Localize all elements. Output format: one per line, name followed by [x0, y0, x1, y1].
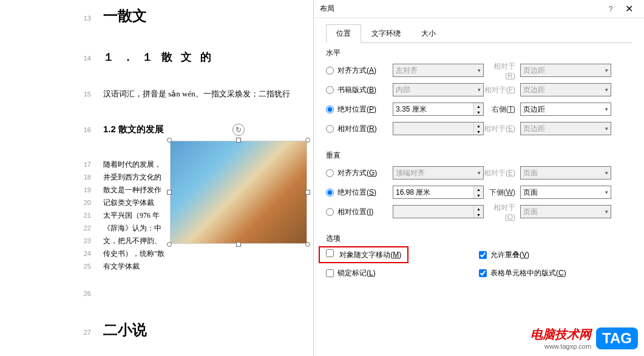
- image-content: [170, 141, 307, 244]
- layout-dialog: 布局 ? ✕ 位置 文字环绕 大小 水平 对齐方式(A) 左对齐▾ 相对于(R)…: [313, 0, 644, 356]
- watermark: 电脑技术网 www.tagxp.com TAG: [530, 326, 638, 350]
- select-h-book-rel[interactable]: 页边距▾: [520, 83, 611, 96]
- line-content[interactable]: 1.2 散文的发展: [103, 124, 297, 135]
- options-title: 选项: [326, 233, 632, 244]
- line-number: 22: [73, 224, 91, 232]
- label-v-abs: 绝对位置(S): [337, 187, 376, 198]
- select-v-rel-rel[interactable]: 页面▾: [520, 205, 611, 218]
- select-h-align-rel[interactable]: 页边距▾: [520, 64, 611, 77]
- label-v-rel-rel: 相对于(O): [484, 203, 520, 221]
- label-overlap: 允许重叠(V): [490, 250, 529, 260]
- chevron-down-icon: ▾: [478, 87, 481, 93]
- radio-h-rel[interactable]: [326, 125, 334, 133]
- spinner-up[interactable]: ▲: [474, 123, 483, 129]
- label-h-abs-rel: 右侧(T): [484, 104, 520, 115]
- line-content[interactable]: 二小说: [103, 320, 297, 340]
- label-movewith: 对象随文字移动(M): [339, 250, 401, 259]
- dialog-title: 布局: [320, 4, 602, 14]
- select-v-align-rel[interactable]: 页面▾: [520, 166, 611, 180]
- checkbox-tablecell[interactable]: [479, 269, 487, 277]
- line-number: 25: [73, 263, 91, 270]
- inserted-image[interactable]: ↻: [170, 141, 307, 244]
- radio-v-rel[interactable]: [326, 208, 334, 216]
- watermark-url: www.tagxp.com: [530, 343, 591, 350]
- spinner-h-rel[interactable]: ▲▼: [393, 122, 484, 135]
- line-content[interactable]: 有文学体裁: [103, 261, 297, 272]
- line-number: 21: [73, 212, 91, 219]
- resize-handle-bm[interactable]: [236, 242, 241, 247]
- highlight-annotation: 对象随文字移动(M): [319, 246, 408, 263]
- spinner-down[interactable]: ▼: [474, 109, 483, 115]
- line-content[interactable]: 汉语词汇，拼音是 sǎn wén。一指文采焕发；二指犹行: [103, 89, 297, 99]
- radio-v-abs[interactable]: [326, 189, 334, 196]
- label-lock: 锁定标记(L): [337, 268, 376, 278]
- label-v-align-rel: 相对于(E): [484, 168, 520, 178]
- line-number: 18: [73, 173, 91, 181]
- chevron-down-icon: ▾: [478, 67, 481, 73]
- resize-handle-tr[interactable]: [305, 138, 310, 143]
- dialog-titlebar[interactable]: 布局 ? ✕: [314, 0, 644, 18]
- help-button[interactable]: ?: [602, 5, 620, 13]
- chevron-down-icon: ▾: [605, 170, 608, 176]
- chevron-down-icon: ▾: [605, 106, 608, 112]
- spinner-h-abs[interactable]: 3.35 厘米 ▲▼: [393, 102, 484, 116]
- checkbox-movewith[interactable]: [326, 249, 334, 257]
- line-number: 17: [73, 161, 91, 168]
- spinner-down[interactable]: ▼: [474, 212, 483, 218]
- line-number: 15: [73, 90, 91, 98]
- spinner-up[interactable]: ▲: [474, 103, 483, 109]
- line-number: 16: [73, 126, 91, 133]
- tab-size[interactable]: 大小: [411, 24, 446, 43]
- tab-position[interactable]: 位置: [326, 24, 361, 43]
- resize-handle-tl[interactable]: [167, 138, 172, 143]
- watermark-tag: TAG: [596, 327, 638, 349]
- spinner-v-rel[interactable]: ▲▼: [393, 205, 484, 218]
- options-section: 选项 对象随文字移动(M) 允许重叠(V) 锁定标记(L) 表格单元格中的版式(…: [314, 229, 644, 290]
- line-content[interactable]: １．１散文的: [103, 50, 297, 64]
- label-h-rel: 相对位置(R): [337, 124, 377, 134]
- spinner-up[interactable]: ▲: [474, 186, 483, 192]
- spinner-v-abs[interactable]: 16.98 厘米 ▲▼: [393, 186, 484, 199]
- label-h-align: 对齐方式(A): [337, 65, 376, 76]
- checkbox-overlap[interactable]: [479, 251, 487, 259]
- horizontal-title: 水平: [326, 48, 632, 58]
- rotate-handle[interactable]: ↻: [232, 124, 245, 136]
- resize-handle-ml[interactable]: [167, 190, 172, 195]
- line-number: 13: [73, 15, 91, 22]
- line-number: 27: [73, 329, 91, 336]
- radio-h-abs[interactable]: [326, 106, 334, 113]
- line-content[interactable]: 一散文: [103, 6, 297, 25]
- checkbox-lock[interactable]: [326, 269, 334, 277]
- select-h-align-value[interactable]: 左对齐▾: [393, 64, 484, 77]
- line-number: 19: [73, 186, 91, 193]
- resize-handle-tm[interactable]: [236, 138, 241, 143]
- label-v-abs-rel: 下侧(W): [484, 187, 520, 198]
- select-v-align-value[interactable]: 顶端对齐▾: [393, 166, 484, 180]
- line-number: 26: [73, 290, 91, 297]
- watermark-title: 电脑技术网: [530, 326, 591, 343]
- close-button[interactable]: ✕: [620, 3, 638, 15]
- select-h-book-value[interactable]: 内部▾: [393, 83, 484, 96]
- tabs: 位置 文字环绕 大小: [314, 18, 644, 43]
- select-h-abs-rel[interactable]: 页边距▾: [520, 102, 611, 116]
- resize-handle-bl[interactable]: [167, 242, 172, 247]
- select-h-rel-rel[interactable]: 页边距▾: [520, 122, 611, 135]
- tab-textwrap[interactable]: 文字环绕: [361, 24, 411, 43]
- resize-handle-br[interactable]: [305, 242, 310, 247]
- spinner-down[interactable]: ▼: [474, 192, 483, 198]
- spinner-up[interactable]: ▲: [474, 206, 483, 212]
- radio-h-align[interactable]: [326, 67, 334, 75]
- line-content[interactable]: 传史书），统称"散: [103, 249, 297, 259]
- line-number: 14: [73, 55, 91, 62]
- select-v-abs-rel[interactable]: 页面▾: [520, 186, 611, 199]
- line-number: 24: [73, 250, 91, 257]
- spinner-down[interactable]: ▼: [474, 129, 483, 135]
- line-number: 20: [73, 199, 91, 206]
- resize-handle-mr[interactable]: [305, 190, 310, 195]
- radio-h-book[interactable]: [326, 86, 334, 94]
- vertical-section: 垂直 对齐方式(G) 顶端对齐▾ 相对于(E) 页面▾ 绝对位置(S) 16.9…: [314, 146, 644, 229]
- label-h-book: 书籍版式(B): [337, 85, 376, 95]
- radio-v-align[interactable]: [326, 169, 334, 177]
- chevron-down-icon: ▾: [478, 170, 481, 176]
- line-number: 23: [73, 237, 91, 244]
